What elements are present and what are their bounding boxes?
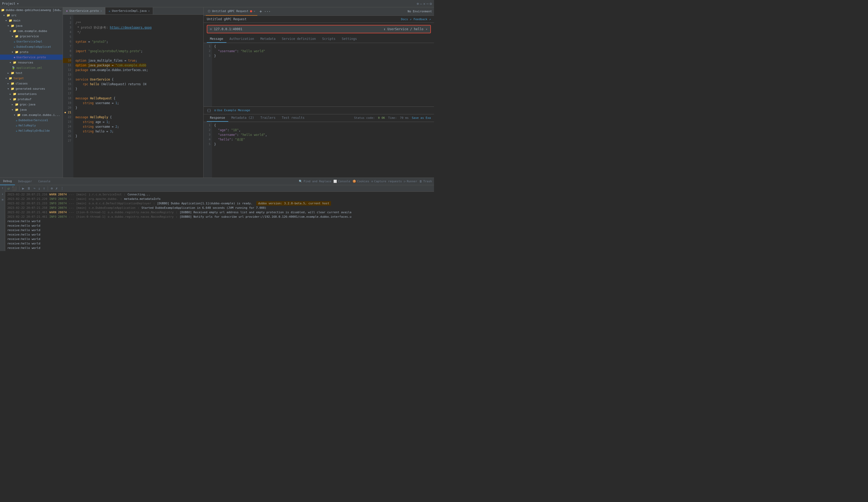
tree-classes[interactable]: ▸ 📁 classes bbox=[0, 81, 63, 86]
log-line: 2023-02-22 20:07:21.220 INFO 28074 --- [… bbox=[7, 197, 432, 201]
tree-resources-label: resources bbox=[18, 61, 33, 64]
tree-protobuf[interactable]: ▾ 📁 protobuf bbox=[0, 97, 63, 102]
grpc-feedback-button[interactable]: Feedback ↗ bbox=[414, 18, 431, 21]
tree-appyml[interactable]: 🍃 application.yml bbox=[0, 65, 63, 70]
step-into-icon[interactable]: ↓ bbox=[38, 186, 41, 191]
save-as-example-button[interactable]: Save as Exa bbox=[412, 116, 431, 120]
folder-open-icon: ▾ 📁 bbox=[11, 108, 19, 111]
status-code-label: Status code: bbox=[354, 116, 375, 120]
grpc-method[interactable]: ↕ UserService / hello bbox=[384, 27, 424, 31]
tree-userservice-proto[interactable]: ◆ UserService.proto bbox=[0, 54, 63, 60]
tree-proto-folder[interactable]: ▾ 📁 proto bbox=[0, 49, 63, 54]
close-icon[interactable]: ✕ bbox=[423, 2, 425, 6]
grpc-add-tab-button[interactable]: + bbox=[259, 9, 262, 14]
tree-java[interactable]: ▾ 📁 java bbox=[0, 23, 63, 28]
tab-console[interactable]: Console bbox=[35, 178, 53, 185]
trash-button[interactable]: 🗑 Trash bbox=[419, 180, 432, 183]
tree-annotations[interactable]: ▸ 📁 annotations bbox=[0, 91, 63, 97]
console-button[interactable]: ⬜ Console bbox=[333, 180, 350, 183]
filter-icon[interactable]: ≡ bbox=[2, 198, 3, 201]
log-line: receive:hello world bbox=[7, 241, 432, 246]
stop-debug-icon[interactable]: ⬛ bbox=[11, 186, 17, 191]
grpc-active-tab[interactable]: ⬡ Untitled gRPC Request ✕ bbox=[206, 7, 257, 16]
proto-tab-close[interactable]: ✕ bbox=[100, 9, 102, 12]
grpc-response-tabs: Response Metadata (2) Trailers Test resu… bbox=[204, 114, 434, 122]
tree-target[interactable]: ▾ 📁 target bbox=[0, 76, 63, 81]
grpc-tab-close[interactable]: ✕ bbox=[254, 10, 255, 13]
tree-dubboexample[interactable]: ☕ DubboExampleApplicat bbox=[0, 44, 63, 49]
grpc-tab-authorization[interactable]: Authorization bbox=[226, 36, 257, 43]
tree-test[interactable]: ▸ 📁 test bbox=[0, 70, 63, 76]
restart-debug-icon[interactable]: ↺ bbox=[7, 186, 10, 191]
editor-tabs: ◆ UserService.proto ✕ ☕ UserServiceImpl.… bbox=[63, 7, 203, 15]
grpc-response-tab-tests[interactable]: Test results bbox=[279, 114, 308, 122]
tree-com-example-i[interactable]: ▾ 📁 com.example.dubbo.i... bbox=[0, 112, 63, 118]
tree-helloreply-label: HelloReply bbox=[19, 124, 36, 127]
grpc-tab-message[interactable]: Message bbox=[207, 36, 226, 43]
tab-java-label: UserServiceImpl.java bbox=[112, 9, 146, 13]
grpc-tab-metadata[interactable]: Metadata bbox=[257, 36, 279, 43]
capture-requests-button[interactable]: ⊙ Capture requests bbox=[371, 180, 402, 183]
grpc-url-bar[interactable]: ⊞ 127.0.0.1:40001 ↕ UserService / hello … bbox=[207, 25, 431, 33]
bottom-with-side: ↑ ↓ ≡ ↺ ⬛ ▶ ⏸ ↷ ↓ ↑ ⊗ ✗ ⋮ 2023-02 bbox=[0, 185, 434, 251]
tree-grpcservice[interactable]: ▾ 📁 grpcservice bbox=[0, 33, 63, 39]
grpc-more-button[interactable]: ··· bbox=[264, 9, 271, 14]
tree-root[interactable]: 📁 dubbo-demo-gebizhuxiaowang [dubbo-... bbox=[0, 7, 63, 13]
grpc-response-tab-response[interactable]: Response bbox=[207, 114, 228, 122]
tab-debugger[interactable]: Debugger bbox=[15, 178, 35, 185]
tree-java2[interactable]: ▾ 📁 java bbox=[0, 107, 63, 112]
settings-icon[interactable]: ⚙ bbox=[430, 2, 432, 6]
grpc-url-input[interactable]: 127.0.0.1:40001 bbox=[214, 27, 382, 31]
tab-proto-label: UserService.proto bbox=[70, 9, 99, 13]
grpc-docs-button[interactable]: Docs ↗ bbox=[401, 18, 412, 21]
debug-tab-label: Debug bbox=[3, 179, 12, 183]
runner-icon: ▷ bbox=[404, 180, 406, 183]
tree-generated[interactable]: ▾ 📁 generated-sources bbox=[0, 86, 63, 91]
tree-src[interactable]: ▾ 📁 src bbox=[0, 13, 63, 18]
tab-debug[interactable]: Debug bbox=[0, 178, 15, 185]
tab-userservice-proto[interactable]: ◆ UserService.proto ✕ bbox=[63, 7, 105, 14]
tree-userserviceimpl[interactable]: ☕ UserServiceImpl bbox=[0, 39, 63, 44]
grpc-tab-scripts[interactable]: Scripts bbox=[319, 36, 339, 43]
tree-grpc-java[interactable]: ▸ 📁 grpc-java bbox=[0, 102, 63, 107]
mute-breakpoints-icon[interactable]: ✗ bbox=[55, 186, 58, 191]
folder-icon: ▸ 📁 bbox=[9, 92, 17, 96]
runner-button[interactable]: ▷ Runner bbox=[404, 180, 417, 183]
proto-file-icon: ◆ bbox=[14, 56, 16, 59]
java-tab-close[interactable]: ✕ bbox=[148, 9, 149, 12]
step-over-icon[interactable]: ↷ bbox=[33, 186, 36, 191]
grpc-response-tab-trailers[interactable]: Trailers bbox=[257, 114, 279, 122]
tab-userserviceimpl-java[interactable]: ☕ UserServiceImpl.java ✕ bbox=[105, 7, 153, 14]
add-icon[interactable]: ⊕ bbox=[417, 2, 419, 6]
tree-resources[interactable]: ▾ 📁 resources bbox=[0, 60, 63, 65]
grpc-tab-auth-label: Authorization bbox=[230, 37, 254, 41]
folder-icon: ▸ 📁 bbox=[11, 103, 19, 106]
tree-main[interactable]: ▾ 📁 main bbox=[0, 18, 63, 23]
pause-icon[interactable]: ⏸ bbox=[27, 186, 31, 191]
code-editor[interactable]: /** * proto3 协议参考: https://developers.go… bbox=[73, 15, 203, 178]
use-example-message-button[interactable]: ⊡ Use Example Message bbox=[214, 109, 250, 112]
minus-icon[interactable]: — bbox=[420, 2, 422, 6]
grpc-tab-service-def[interactable]: Service definition bbox=[279, 36, 319, 43]
tree-dubbouserservice[interactable]: ☕ DubboUserService1 bbox=[0, 118, 63, 123]
tree-helloreply[interactable]: ☕ HelloReply bbox=[0, 123, 63, 128]
format-json-button[interactable]: {} bbox=[207, 108, 211, 112]
step-out-icon[interactable]: ↑ bbox=[42, 186, 45, 191]
tree-helloreplyorbuilder[interactable]: ☕ HelloReplyOrBuilde bbox=[0, 128, 63, 133]
grpc-tab-settings[interactable]: Settings bbox=[339, 36, 360, 43]
cookies-button[interactable]: 🍪 Cookies bbox=[352, 180, 369, 183]
expand-icon[interactable]: ▾ bbox=[426, 27, 428, 31]
java-file-icon: ☕ bbox=[14, 40, 16, 43]
more-debug-icon[interactable]: ⋮ bbox=[60, 186, 64, 191]
more-icon[interactable]: ⋯ bbox=[426, 2, 428, 6]
resume-icon[interactable]: ▶ bbox=[21, 186, 25, 191]
grpc-message-content[interactable]: { "username": "hello world" } bbox=[212, 43, 434, 107]
view-breakpoints-icon[interactable]: ⊗ bbox=[50, 186, 53, 191]
tree-com-example[interactable]: ▾ 📁 com.example.dubbo bbox=[0, 28, 63, 33]
scroll-up-icon[interactable]: ↑ bbox=[2, 186, 3, 190]
scroll-down-icon[interactable]: ↓ bbox=[2, 192, 3, 195]
editor-area: ◆ UserService.proto ✕ ☕ UserServiceImpl.… bbox=[63, 7, 203, 178]
grpc-environment[interactable]: No Environment bbox=[407, 10, 432, 13]
find-and-replace-button[interactable]: 🔍 Find and Replace bbox=[299, 180, 331, 183]
grpc-response-tab-metadata[interactable]: Metadata (2) bbox=[228, 114, 257, 122]
